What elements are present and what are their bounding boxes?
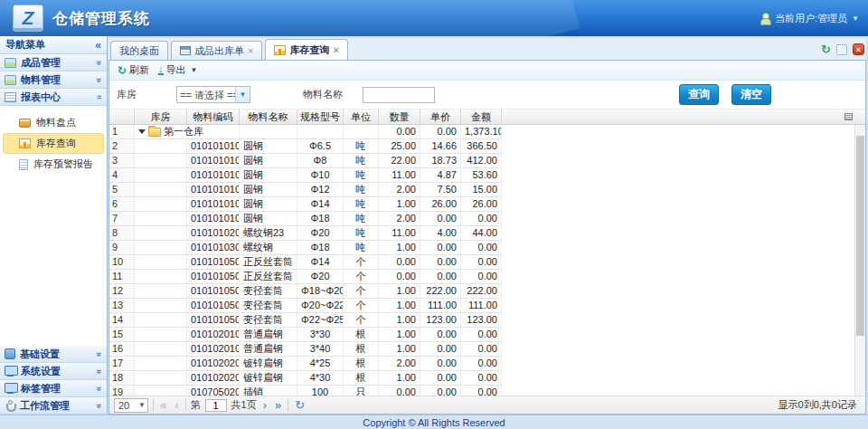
vertical-scrollbar[interactable] (854, 125, 865, 396)
col-unit[interactable]: 单位 (344, 110, 379, 124)
refresh-button[interactable]: ↻ 刷新 (115, 62, 152, 78)
table-row[interactable]: 80101010205螺纹钢23Φ20吨11.004.0044.00 (109, 226, 502, 241)
sidebar-item-material-count[interactable]: 物料盘点 (3, 112, 104, 133)
sidebar-group-workflow[interactable]: 工作流管理 » (0, 397, 107, 415)
cell-material-name: 圆钢 (240, 139, 297, 153)
col-amount[interactable]: 金额 (461, 110, 502, 124)
title-bar: Z 仓储管理系统 当前用户:管理员 ▼ (0, 0, 868, 36)
cell-material-name: 正反丝套筒 (240, 255, 297, 269)
tree-node-cell: 第一仓库 (135, 125, 187, 138)
current-user-menu[interactable]: 当前用户:管理员 ▼ (760, 12, 859, 25)
page-number-input[interactable] (205, 399, 227, 412)
col-spec-model[interactable]: 规格型号 (297, 110, 344, 124)
cell-amount: 0.00 (461, 371, 502, 385)
chart-icon (19, 138, 31, 148)
refresh-icon: ↻ (118, 64, 127, 77)
cell-unit: 吨 (344, 197, 379, 211)
cell-unit-price: 0.00 (420, 125, 461, 138)
tab-close-icon[interactable]: × (248, 46, 253, 56)
warehouse-select[interactable]: == 请选择 == ▼ (176, 86, 250, 103)
cell-amount: 1,373.10 (461, 125, 502, 138)
tab-product-outbound[interactable]: 成品出库单 × (171, 41, 262, 60)
row-number: 19 (109, 386, 135, 396)
last-page-button[interactable]: » (273, 399, 283, 411)
col-material-name[interactable]: 物料名称 (240, 110, 297, 124)
table-row[interactable]: 20101010101圆钢Φ6.5吨25.0014.66366.50 (109, 139, 502, 154)
row-number: 11 (109, 270, 135, 283)
column-menu-icon[interactable] (844, 113, 853, 120)
scrollbar-thumb[interactable] (856, 136, 864, 336)
sidebar-item-inventory-query[interactable]: 库存查询 (3, 133, 104, 154)
table-row[interactable]: 40101010103圆钢Φ10吨11.004.8753.60 (109, 168, 502, 183)
export-button[interactable]: ↓ 导出 ▼ (156, 62, 200, 78)
table-row[interactable]: 190107050201插销100只0.000.000.00 (109, 386, 502, 396)
cell-material-code: 0101010104 (187, 183, 240, 196)
cell-unit: 吨 (344, 241, 379, 254)
sidebar-item-inventory-warning-report[interactable]: 库存预警报告 (3, 154, 104, 175)
cell-material-code: 0101010101 (187, 139, 240, 153)
sidebar-group-reports[interactable]: 报表中心 » (0, 89, 107, 106)
grid-header: 库房 物料编码 物料名称 规格型号 单位 数量 单价 金额 (109, 110, 865, 125)
cell-spec: Φ10 (297, 168, 344, 182)
table-row[interactable]: 30101010102圆钢Φ8吨22.0018.73412.00 (109, 154, 502, 168)
next-page-button[interactable]: › (261, 399, 269, 411)
inventory-query-panel: ↻ 刷新 ↓ 导出 ▼ 库房 == 请选择 == ▼ (108, 60, 866, 415)
cell-amount: 53.60 (461, 168, 502, 182)
tabs-refresh-icon[interactable]: ↻ (821, 43, 831, 56)
table-row[interactable]: 70101010107圆钢Φ18吨2.000.000.00 (109, 212, 502, 226)
sidebar-group-material[interactable]: 物料管理 » (0, 72, 107, 89)
search-button[interactable]: 查询 (679, 84, 719, 105)
table-row-warehouse[interactable]: 1第一仓库0.000.001,373.10 (109, 125, 502, 139)
pager-separator (153, 399, 154, 411)
table-row[interactable]: 60101010105圆钢Φ14吨1.0026.0026.00 (109, 197, 502, 212)
table-row[interactable]: 180101020202镀锌扁钢4*30根1.000.000.00 (109, 371, 502, 386)
col-quantity[interactable]: 数量 (379, 110, 420, 124)
sidebar-group-product[interactable]: 成品管理 » (0, 54, 107, 72)
cell-material-name: 圆钢 (240, 183, 297, 196)
combo-arrow-icon[interactable]: ▼ (235, 87, 250, 102)
tab-label: 库存查询 (289, 43, 329, 57)
table-row[interactable]: 90101010309螺纹钢Φ18吨1.000.000.00 (109, 241, 502, 255)
table-row[interactable]: 11010101050204正反丝套筒Φ20个0.000.000.00 (109, 270, 502, 284)
report-grid-icon (5, 92, 16, 102)
close-all-icon[interactable]: × (853, 43, 864, 55)
sidebar-collapse-icon[interactable]: « (95, 39, 101, 52)
first-page-button[interactable]: « (158, 399, 168, 411)
cell-quantity: 1.00 (379, 241, 420, 254)
clear-button[interactable]: 清空 (731, 84, 771, 105)
cell-spec: Φ20 (297, 226, 344, 240)
sidebar-group-basic-settings[interactable]: 基础设置 » (0, 346, 107, 363)
cell-material-code: 0101020101 (187, 328, 240, 341)
table-row[interactable]: 50101010104圆钢Φ12吨2.007.5015.00 (109, 183, 502, 197)
tree-collapse-icon[interactable] (138, 129, 146, 134)
prev-page-button[interactable]: ‹ (173, 399, 180, 411)
cell-amount: 366.50 (461, 139, 502, 153)
copyright-text: Copyright © All Rights Reserved (363, 417, 505, 428)
table-row[interactable]: 160101020102普通扁钢3*40根1.000.000.00 (109, 342, 502, 357)
table-row[interactable]: 150101020101普通扁钢3*30根1.000.000.00 (109, 328, 502, 342)
cell-material-name: 正反丝套筒 (240, 270, 297, 283)
sidebar-group-system-settings[interactable]: 系统设置 » (0, 363, 107, 380)
table-row[interactable]: 10010101050201正反丝套筒Φ14个0.000.000.00 (109, 255, 502, 270)
maximize-icon[interactable] (836, 44, 847, 55)
current-user-label: 当前用户:管理员 (775, 12, 847, 25)
tab-my-desktop[interactable]: 我的桌面 (110, 41, 168, 60)
col-material-code[interactable]: 物料编码 (187, 110, 240, 124)
warehouse-select-value: == 请选择 == (177, 87, 235, 102)
cell-spec: 3*30 (297, 328, 344, 341)
table-row[interactable]: 12010101050301变径套筒Φ18~Φ20个1.00222.00222.… (109, 284, 502, 299)
material-name-input[interactable] (363, 87, 435, 103)
tab-close-icon[interactable]: × (333, 45, 338, 55)
table-row[interactable]: 14010101050303变径套筒Φ22~Φ25个1.00123.00123.… (109, 313, 502, 328)
pager-refresh-button[interactable]: ↻ (293, 399, 307, 411)
sidebar-group-label-management[interactable]: 标签管理 » (0, 380, 107, 397)
col-unit-price[interactable]: 单价 (420, 110, 461, 124)
cell-material-code: 0101010309 (187, 241, 240, 254)
cell-unit-price: 0.00 (420, 255, 461, 269)
group-label: 成品管理 (21, 56, 61, 70)
page-size-select[interactable]: 20 ▼ (114, 398, 148, 413)
tab-inventory-query[interactable]: 库存查询 × (265, 39, 347, 60)
table-row[interactable]: 170101020201镀锌扁钢4*25根2.000.000.00 (109, 357, 502, 371)
col-warehouse[interactable]: 库房 (135, 110, 187, 124)
table-row[interactable]: 13010101050302变径套筒Φ20~Φ22个1.00111.00111.… (109, 299, 502, 313)
